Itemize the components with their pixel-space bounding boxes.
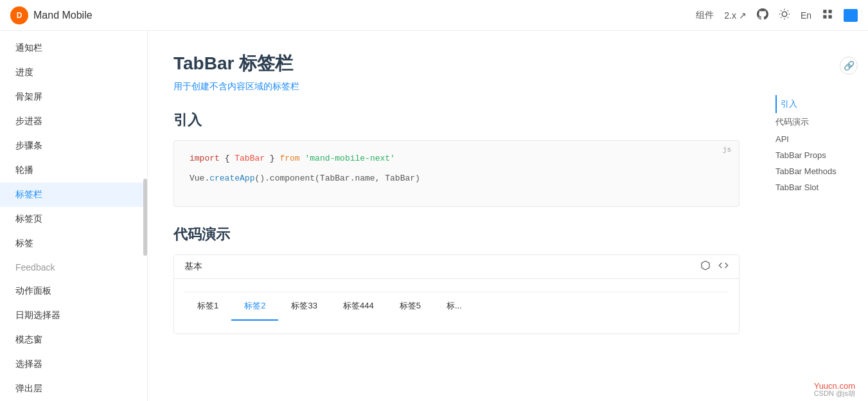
code-lang-label: js	[723, 146, 731, 154]
main-content: TabBar 标签栏 用于创建不含内容区域的标签栏 引入 js import {…	[148, 31, 765, 401]
svg-rect-11	[823, 15, 826, 19]
sidebar-item-tag[interactable]: 标签	[0, 231, 147, 256]
section-import-title: 引入	[173, 111, 740, 130]
svg-line-8	[788, 10, 788, 11]
sidebar-item-stepper[interactable]: 步进器	[0, 109, 147, 134]
nav-components[interactable]: 组件	[696, 10, 714, 21]
svg-rect-9	[823, 10, 826, 13]
header-right: 组件 2.x ↗ En	[696, 8, 858, 22]
table-of-contents: 🔗 引入 代码演示 API TabBar Props TabBar Method…	[765, 31, 868, 401]
sidebar-item-tabbar[interactable]: 标签栏	[0, 183, 147, 207]
svg-line-7	[781, 17, 781, 18]
demo-block-basic: 基本 标签1 标签2	[173, 254, 740, 334]
sidebar-item-actionsheet[interactable]: 动作面板	[0, 279, 147, 303]
toc-item-tabbar-props[interactable]: TabBar Props	[775, 147, 858, 163]
color-swatch[interactable]	[844, 9, 858, 22]
svg-line-3	[781, 10, 781, 11]
code-toggle-icon[interactable]	[718, 260, 729, 273]
tab-item-6[interactable]: 标...	[434, 292, 475, 321]
header: D Mand Mobile 组件 2.x ↗	[0, 0, 868, 31]
sidebar-item-dialog[interactable]: 模态窗	[0, 328, 147, 352]
page-title: TabBar 标签栏	[173, 51, 740, 76]
logo-icon: D	[10, 6, 28, 24]
sidebar-item-steps[interactable]: 步骤条	[0, 134, 147, 158]
theme-toggle-icon[interactable]	[779, 8, 790, 22]
tab-item-1[interactable]: 标签1	[184, 292, 231, 321]
sidebar-item-carousel[interactable]: 轮播	[0, 158, 147, 183]
nav-version[interactable]: 2.x ↗	[724, 10, 747, 21]
sidebar-item-popup[interactable]: 弹出层	[0, 377, 147, 401]
sandbox-icon[interactable]	[700, 260, 711, 273]
github-icon[interactable]	[757, 8, 768, 22]
tab-item-5[interactable]: 标签5	[387, 292, 434, 321]
sidebar-item-selector[interactable]: 选择器	[0, 352, 147, 377]
code-block-import: js import { TabBar } from 'mand-mobile-n…	[173, 140, 740, 207]
toc-item-tabbar-slot[interactable]: TabBar Slot	[775, 179, 858, 195]
sidebar-item-progress[interactable]: 进度	[0, 60, 147, 85]
demo-block-header: 基本	[174, 255, 739, 279]
sidebar-item-tabpage[interactable]: 标签页	[0, 207, 147, 231]
toc-item-tabbar-methods[interactable]: TabBar Methods	[775, 163, 858, 179]
sidebar: 通知栏 进度 骨架屏 步进器 步骤条 轮播 标签栏 标签页 标签 Feedbac…	[0, 31, 148, 401]
lang-toggle[interactable]: En	[801, 10, 811, 21]
svg-rect-10	[829, 10, 832, 13]
sidebar-scrollbar-thumb[interactable]	[143, 179, 147, 256]
toc-item-demo[interactable]: 代码演示	[775, 113, 858, 131]
grid-icon[interactable]	[822, 8, 833, 22]
svg-point-0	[782, 12, 787, 17]
site-title: Mand Mobile	[33, 10, 93, 21]
sidebar-item-notification[interactable]: 通知栏	[0, 36, 147, 60]
code-line-2: Vue.createApp().component(TabBar.name, T…	[190, 174, 723, 183]
sidebar-item-feedback: Feedback	[0, 256, 147, 279]
code-line-1: import { TabBar } from 'mand-mobile-next…	[190, 154, 723, 163]
body-layout: 通知栏 进度 骨架屏 步进器 步骤条 轮播 标签栏 标签页 标签 Feedbac…	[0, 31, 868, 401]
tabbar-preview: 标签1 标签2 标签33 标签444 标签5 标...	[184, 292, 729, 321]
section-demo-title: 代码演示	[173, 225, 740, 244]
demo-content: 标签1 标签2 标签33 标签444 标签5 标...	[174, 279, 739, 334]
toc-link-icon[interactable]: 🔗	[840, 57, 858, 75]
demo-icons	[700, 260, 729, 273]
svg-line-4	[788, 17, 788, 18]
sidebar-item-skeleton[interactable]: 骨架屏	[0, 85, 147, 109]
page-subtitle: 用于创建不含内容区域的标签栏	[173, 81, 740, 93]
toc-item-api[interactable]: API	[775, 131, 858, 147]
svg-rect-12	[829, 15, 832, 19]
tab-item-2[interactable]: 标签2	[231, 292, 278, 321]
header-left: D Mand Mobile	[10, 6, 93, 24]
sidebar-item-datepicker[interactable]: 日期选择器	[0, 303, 147, 328]
tab-item-4[interactable]: 标签444	[330, 292, 387, 321]
tab-item-3[interactable]: 标签33	[278, 292, 330, 321]
toc-item-import[interactable]: 引入	[775, 95, 858, 113]
demo-basic-title: 基本	[184, 261, 202, 272]
